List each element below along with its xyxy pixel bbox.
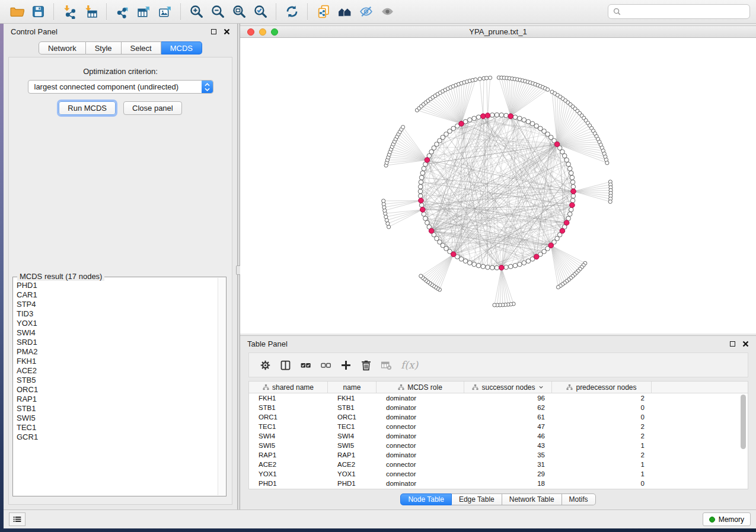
delete-columns-button[interactable] (357, 357, 375, 373)
mcds-node-item[interactable]: STB1 (17, 404, 226, 414)
close-panel-icon[interactable] (224, 28, 230, 35)
mcds-node-item[interactable]: ACE2 (17, 366, 226, 376)
mcds-node-item[interactable]: RAP1 (17, 395, 226, 404)
mcds-node-item[interactable]: ORC1 (17, 385, 226, 395)
show-all-button[interactable] (377, 3, 398, 21)
tab-motifs[interactable]: Motifs (562, 493, 596, 505)
mcds-node-item[interactable]: SWI4 (17, 328, 226, 338)
column-header-MCDS-role[interactable]: MCDS role (377, 382, 464, 393)
table-row[interactable]: FKH1FKH1dominator962 (249, 393, 748, 403)
table-settings-button[interactable] (256, 357, 274, 373)
criterion-dropdown[interactable]: largest connected component (undirected) (28, 80, 213, 94)
show-columns-button[interactable] (276, 357, 294, 373)
minimize-window-icon[interactable] (259, 28, 266, 36)
close-window-icon[interactable] (247, 28, 254, 36)
mcds-node-item[interactable]: GCR1 (17, 432, 226, 442)
refresh-button[interactable] (281, 3, 302, 21)
tab-mcds[interactable]: MCDS (161, 41, 202, 55)
table-scrollbar[interactable] (740, 394, 747, 488)
tab-edge-table[interactable]: Edge Table (452, 493, 502, 505)
mcds-node-item[interactable]: YOX1 (17, 319, 226, 328)
mcds-node-item[interactable]: CAR1 (17, 290, 226, 300)
first-neighbors-button[interactable] (334, 3, 355, 21)
mcds-node-item[interactable]: STP4 (17, 300, 226, 309)
table-row[interactable]: YOX1YOX1connector291 (249, 469, 748, 479)
table-cell: SWI4 (249, 432, 328, 440)
tab-select[interactable]: Select (122, 41, 161, 55)
zoom-out-button[interactable] (207, 3, 228, 21)
mcds-node-item[interactable]: STB5 (17, 376, 226, 385)
tab-style[interactable]: Style (86, 41, 122, 55)
table-cell: connector (377, 423, 464, 430)
float-table-panel-icon[interactable] (730, 341, 735, 347)
clone-network-button[interactable] (312, 3, 334, 21)
column-header-name[interactable]: name (328, 382, 377, 393)
table-cell: dominator (377, 414, 464, 421)
mcds-hub-node (570, 203, 575, 208)
memory-button[interactable]: Memory (703, 512, 751, 526)
deselect-all-rows-button[interactable] (317, 357, 334, 373)
mcds-result-title: MCDS result (17 nodes) (17, 272, 104, 281)
table-row[interactable]: SWI5SWI5connector431 (249, 441, 748, 450)
mcds-hub-node (499, 265, 504, 270)
float-panel-icon[interactable] (211, 29, 216, 34)
close-table-panel-icon[interactable] (742, 341, 749, 347)
export-table-button[interactable] (133, 3, 154, 21)
table-cell: 1 (552, 470, 652, 477)
table-row[interactable]: PHD1PHD1dominator180 (249, 479, 748, 488)
mcds-hub-node (571, 189, 576, 194)
search-input[interactable] (624, 7, 745, 17)
tab-node-table[interactable]: Node Table (400, 493, 452, 505)
table-cell: dominator (377, 480, 464, 487)
add-column-button[interactable] (337, 357, 355, 373)
mcds-hub-node (508, 114, 513, 119)
table-row[interactable]: SWI4SWI4dominator462 (249, 431, 748, 441)
table-cell: 35 (464, 451, 552, 459)
import-network-button[interactable] (59, 3, 80, 21)
zoom-in-button[interactable] (186, 3, 207, 21)
hide-selected-button[interactable] (355, 3, 377, 21)
deselect-all-icon (320, 359, 332, 371)
table-row[interactable]: TEC1TEC1connector472 (249, 422, 748, 431)
table-cell: ORC1 (328, 414, 377, 421)
column-header-successor-nodes[interactable]: successor nodes (464, 382, 552, 393)
mcds-node-item[interactable]: FKH1 (17, 357, 226, 366)
network-canvas[interactable] (240, 38, 756, 334)
mcds-node-item[interactable]: SWI5 (17, 414, 226, 423)
tab-network[interactable]: Network (39, 41, 86, 55)
mcds-node-item[interactable]: PHD1 (17, 281, 226, 290)
mcds-node-item[interactable]: TEC1 (17, 423, 226, 432)
delete-table-button[interactable] (377, 357, 395, 373)
close-panel-button[interactable]: Close panel (123, 101, 182, 115)
import-table-button[interactable] (80, 3, 101, 21)
zoom-fit-button[interactable] (228, 3, 250, 21)
select-all-rows-button[interactable] (296, 357, 314, 373)
table-row[interactable]: RAP1RAP1dominator352 (249, 450, 748, 460)
column-header-shared-name[interactable]: shared name (249, 382, 328, 393)
open-file-button[interactable] (6, 3, 27, 21)
run-mcds-button[interactable]: Run MCDS (59, 101, 116, 115)
mcds-node-item[interactable]: TID3 (17, 309, 226, 319)
node-table-header: shared namenameMCDS rolesuccessor nodesp… (249, 382, 748, 393)
table-scrollbar-thumb[interactable] (741, 395, 746, 449)
apply-function-button[interactable]: f(x) (401, 359, 418, 371)
tab-network-table[interactable]: Network Table (502, 493, 562, 505)
table-cell: 2 (552, 432, 652, 440)
zoom-selected-button[interactable] (250, 3, 271, 21)
export-network-button[interactable] (111, 3, 133, 21)
attribute-type-icon (263, 384, 269, 390)
table-cell: 18 (464, 480, 552, 487)
maximize-window-icon[interactable] (271, 28, 278, 36)
task-history-button[interactable] (9, 512, 25, 526)
mcds-node-item[interactable]: SRD1 (17, 338, 226, 347)
export-image-button[interactable] (154, 3, 176, 21)
save-session-button[interactable] (27, 3, 49, 21)
column-header-predecessor-nodes[interactable]: predecessor nodes (552, 382, 652, 393)
mcds-list-scrollbar[interactable] (218, 278, 225, 495)
table-row[interactable]: ORC1ORC1dominator610 (249, 412, 748, 422)
table-row[interactable]: STB1STB1dominator620 (249, 403, 748, 412)
mcds-node-item[interactable]: PMA2 (17, 347, 226, 357)
table-cell: 31 (464, 461, 552, 468)
column-label: shared name (272, 383, 314, 392)
table-row[interactable]: ACE2ACE2connector311 (249, 460, 748, 469)
